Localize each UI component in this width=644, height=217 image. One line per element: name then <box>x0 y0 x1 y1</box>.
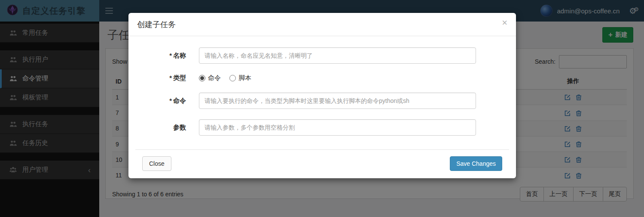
app-screen: 自定义任务引擎 admin@ops-coffee.cn ⚙⚙ 常用任务 执行用户… <box>0 0 644 217</box>
name-field-label: *名称 <box>135 52 199 60</box>
type-field-label: *类型 <box>135 74 199 82</box>
save-changes-button[interactable]: Save Changes <box>450 156 502 171</box>
command-field[interactable] <box>199 93 476 109</box>
modal-body: *名称 *类型 命令 脚本 *命令 <box>128 36 516 149</box>
form-row-command: *命令 <box>135 93 509 109</box>
params-field-label: 参数 <box>135 124 199 132</box>
type-option-script[interactable]: 脚本 <box>229 74 251 82</box>
form-row-params: 参数 <box>135 119 509 136</box>
modal-header: 创建子任务 × <box>128 13 516 36</box>
type-radio-script[interactable] <box>229 75 236 81</box>
modal-footer: Close Save Changes <box>135 149 509 178</box>
type-radio-command[interactable] <box>199 75 205 81</box>
type-option-command[interactable]: 命令 <box>199 74 221 82</box>
type-radio-group: 命令 脚本 <box>199 74 251 82</box>
form-row-type: *类型 命令 脚本 <box>135 74 509 82</box>
params-field[interactable] <box>199 119 476 136</box>
close-button[interactable]: Close <box>142 156 171 171</box>
close-icon[interactable]: × <box>502 19 507 26</box>
command-field-label: *命令 <box>135 97 199 105</box>
form-row-name: *名称 <box>135 47 509 64</box>
name-field[interactable] <box>199 47 476 64</box>
modal-title: 创建子任务 <box>137 19 176 30</box>
create-subtask-modal: 创建子任务 × *名称 *类型 命令 脚本 <box>128 13 516 178</box>
